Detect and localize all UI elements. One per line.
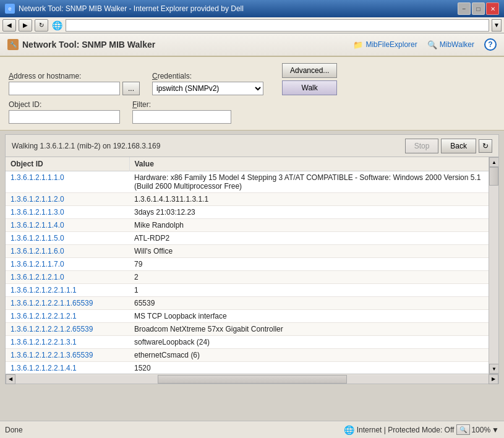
- h-scroll-track[interactable]: [15, 375, 489, 384]
- col-value: Value: [129, 157, 498, 171]
- mibwalker-link[interactable]: 🔍 MibWalker: [427, 40, 474, 49]
- col-objectid: Object ID: [6, 157, 129, 171]
- mibwalker-label: MibWalker: [440, 40, 474, 49]
- table-row: 1.3.6.1.2.1.1.6.0Will's Office: [6, 245, 498, 258]
- address-browse-button[interactable]: ...: [122, 82, 140, 95]
- table-row: 1.3.6.1.2.1.2.2.1.1.6553965539: [6, 297, 498, 310]
- table-row: 1.3.6.1.2.1.2.2.1.2.65539Broadcom NetXtr…: [6, 323, 498, 336]
- forward-nav-button[interactable]: ▶: [19, 19, 32, 32]
- window-title: Network Tool: SNMP MIB Walker - Internet…: [19, 4, 244, 13]
- results-table: Object ID Value 1.3.6.1.2.1.1.1.0Hardwar…: [6, 157, 498, 374]
- table-row: 1.3.6.1.2.1.2.1.02: [6, 271, 498, 284]
- window-controls: − □ ✕: [458, 2, 499, 15]
- credentials-select[interactable]: ipswitch (SNMPv2): [152, 82, 263, 95]
- h-scroll-thumb[interactable]: [158, 375, 347, 384]
- minimize-button[interactable]: −: [458, 2, 471, 15]
- address-input[interactable]: 192.168.3.169: [9, 82, 120, 95]
- form-area: Address or hostname: 192.168.3.169 ... C…: [0, 57, 504, 131]
- mibfileexplorer-icon: 📁: [353, 40, 363, 49]
- header-actions: Stop Back ↻: [405, 139, 492, 153]
- status-right: 🌐 Internet | Protected Mode: Off 🔍 100% …: [344, 424, 499, 435]
- header-links: 📁 MibFileExplorer 🔍 MibWalker ?: [353, 38, 497, 51]
- v-scroll-up-arrow[interactable]: ▲: [489, 157, 498, 167]
- title-bar: e Network Tool: SNMP MIB Walker - Intern…: [0, 0, 504, 17]
- filter-input[interactable]: [132, 110, 231, 124]
- table-row: 1.3.6.1.2.1.1.2.01.3.6.1.4.1.311.1.3.1.1: [6, 193, 498, 206]
- status-text: Done: [5, 426, 23, 434]
- action-buttons: Advanced... Walk: [282, 63, 337, 95]
- filter-label: Filter:: [132, 100, 231, 109]
- zoom-level: 100%: [471, 426, 490, 434]
- zoom-control[interactable]: 🔍 100% ▼: [456, 424, 499, 435]
- table-row: 1.3.6.1.2.1.1.5.0ATL-RDP2: [6, 232, 498, 245]
- tool-title-text: Network Tool: SNMP MIB Walker: [22, 40, 155, 49]
- address-input[interactable]: http://192.168.3.217/NmConsole/CoreNm/To…: [66, 19, 489, 32]
- tool-icon: 🔧: [7, 39, 19, 50]
- h-scroll-left-arrow[interactable]: ◀: [6, 374, 15, 384]
- results-header: Walking 1.3.6.1.2.1 (mib-2) on 192.168.3…: [6, 135, 498, 157]
- table-row: 1.3.6.1.2.1.1.4.0Mike Randolph: [6, 219, 498, 232]
- table-row: 1.3.6.1.2.1.2.2.1.1.11: [6, 284, 498, 297]
- globe-icon: 🌐: [51, 19, 63, 32]
- vertical-scrollbar[interactable]: ▲ ▼: [489, 157, 498, 374]
- results-table-container[interactable]: Object ID Value 1.3.6.1.2.1.1.1.0Hardwar…: [6, 157, 498, 374]
- stop-button[interactable]: Stop: [405, 139, 439, 153]
- horizontal-scrollbar[interactable]: ◀ ▶: [6, 374, 498, 384]
- address-dropdown-button[interactable]: ▼: [492, 19, 502, 32]
- v-scroll-down-arrow[interactable]: ▼: [489, 364, 498, 374]
- tool-header: 🔧 Network Tool: SNMP MIB Walker 📁 MibFil…: [0, 33, 504, 57]
- app-icon: e: [5, 4, 15, 14]
- table-row: 1.3.6.1.2.1.1.1.0Hardware: x86 Family 15…: [6, 171, 498, 193]
- h-scroll-right-arrow[interactable]: ▶: [489, 374, 498, 384]
- advanced-button[interactable]: Advanced...: [282, 63, 337, 78]
- zone-text: Internet | Protected Mode: Off: [357, 426, 455, 434]
- status-bar: Done 🌐 Internet | Protected Mode: Off 🔍 …: [0, 421, 504, 438]
- objectid-label: Object ID:: [9, 100, 120, 109]
- mibfileexplorer-label: MibFileExplorer: [365, 40, 417, 49]
- walking-text: Walking 1.3.6.1.2.1 (mib-2) on 192.168.3…: [12, 142, 160, 150]
- credentials-label: Credentials:: [152, 72, 263, 80]
- back-nav-button[interactable]: ◀: [2, 19, 16, 32]
- help-button[interactable]: ?: [484, 38, 497, 51]
- status-globe-icon: 🌐: [344, 425, 354, 435]
- maximize-button[interactable]: □: [472, 2, 485, 15]
- address-label: Address or hostname:: [9, 72, 140, 80]
- results-wrapper: Walking 1.3.6.1.2.1 (mib-2) on 192.168.3…: [5, 134, 499, 384]
- mibwalker-icon: 🔍: [427, 40, 437, 49]
- table-row: 1.3.6.1.2.1.2.2.1.3.65539ethernetCsmacd …: [6, 349, 498, 362]
- address-bar: ◀ ▶ ↻ 🌐 http://192.168.3.217/NmConsole/C…: [0, 17, 504, 33]
- back-button[interactable]: Back: [441, 139, 476, 153]
- v-scroll-track[interactable]: [489, 167, 498, 364]
- objectid-input[interactable]: 1.3.6.1.2.1: [9, 110, 120, 124]
- refresh-icon[interactable]: ↻: [479, 139, 492, 153]
- table-row: 1.3.6.1.2.1.2.2.1.2.1MS TCP Loopback int…: [6, 310, 498, 323]
- zoom-button[interactable]: 🔍: [456, 424, 470, 435]
- table-row: 1.3.6.1.2.1.2.2.1.3.1softwareLoopback (2…: [6, 336, 498, 349]
- v-scroll-thumb[interactable]: [489, 167, 498, 186]
- table-row: 1.3.6.1.2.1.1.7.079: [6, 258, 498, 271]
- table-row: 1.3.6.1.2.1.2.2.1.4.11520: [6, 362, 498, 374]
- mibfileexplorer-link[interactable]: 📁 MibFileExplorer: [353, 40, 417, 49]
- close-button[interactable]: ✕: [486, 2, 499, 15]
- table-row: 1.3.6.1.2.1.1.3.03days 21:03:12.23: [6, 206, 498, 219]
- zoom-dropdown-icon[interactable]: ▼: [492, 426, 499, 434]
- walk-button[interactable]: Walk: [282, 80, 337, 95]
- refresh-nav-button[interactable]: ↻: [35, 19, 48, 32]
